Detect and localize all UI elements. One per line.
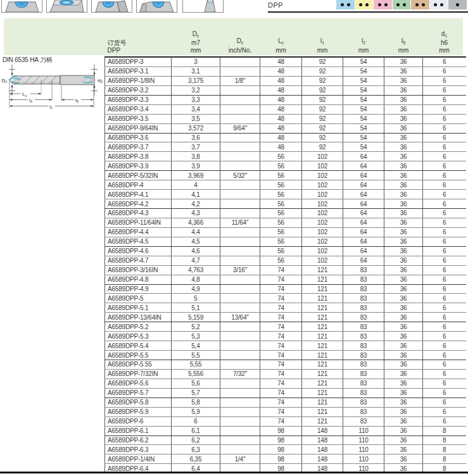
value-cell [220,351,260,360]
value-cell: 6 [423,171,466,180]
material-swatch [448,0,467,9]
value-cell: 92 [302,104,343,114]
order-number-cell: A6589DPP-5/32IN [105,171,172,180]
value-cell: 92 [302,76,343,85]
value-cell: 74 [260,265,302,275]
value-cell: 36 [384,341,423,351]
value-cell: 36 [384,218,423,227]
value-cell: 4,7 [172,256,220,265]
value-cell: 6 [423,85,466,95]
table-row: A6589DPP-7/32IN5,5567/32″7412183366 [105,369,466,379]
order-number-cell: A6589DPP-5.9 [105,407,172,416]
value-cell: 6 [172,416,220,426]
value-cell: 36 [384,454,423,464]
drill-dimension-diagram: Dc d1 Lc l2 l5 [1,63,104,122]
order-number-cell: A6589DPP-3.5 [105,114,172,123]
value-cell: 4,1 [172,190,220,199]
value-cell [220,104,260,114]
value-cell: 5,8 [172,398,220,407]
header-divider [268,11,468,13]
value-cell: 83 [343,416,384,426]
value-cell: 36 [384,407,423,416]
value-cell: 64 [343,237,384,246]
value-cell: 121 [302,360,343,370]
value-cell [220,256,260,265]
value-cell: 4,3 [172,209,220,218]
table-row: A6589DPP-3.83,85610264366 [105,152,466,161]
page-bottom-rule [0,472,468,473]
value-cell: 36 [384,227,423,237]
value-cell [220,161,260,171]
value-cell: 102 [302,199,343,209]
order-number-cell: A6589DPP-5.7 [105,388,172,398]
value-cell: 6 [423,218,466,227]
value-cell: 6 [423,388,466,398]
through-hole-icon [1,0,42,13]
order-number-cell: A6589DPP-3/16IN [105,265,172,275]
value-cell: 148 [302,445,343,454]
value-cell: 4,9 [172,284,220,294]
table-row: A6589DPP-9/64IN3,5729/64″489254366 [105,123,466,133]
value-cell: 64 [343,171,384,180]
value-cell: 36 [384,180,423,190]
value-cell: 6 [423,76,466,85]
order-number-cell: A6589DPP-3.4 [105,104,172,114]
value-cell: 64 [343,161,384,171]
order-number-cell: A6589DPP-1/8IN [105,76,172,85]
value-cell: 121 [302,351,343,360]
value-cell: 102 [302,209,343,218]
value-cell: 6 [423,341,466,351]
column-header: l5mm [384,18,423,57]
table-body: A6589DPP-33489254366A6589DPP-3.13,148925… [105,57,466,473]
value-cell: 102 [302,246,343,256]
value-cell: 102 [302,180,343,190]
value-cell: 36 [384,351,423,360]
blind-hole-icon [46,0,87,13]
value-cell: 121 [302,313,343,322]
value-cell: 92 [302,142,343,152]
value-cell: 83 [343,388,384,398]
value-cell: 36 [384,114,423,123]
table-row: A6589DPP-4.94,97412183366 [105,284,466,294]
table-row: A6589DPP-1/8IN3,1751/8″489254366 [105,76,466,85]
value-cell: 6 [423,133,466,142]
value-cell: 54 [343,66,384,76]
order-number-cell: A6589DPP-3 [105,57,172,66]
value-cell: 36 [384,284,423,294]
suitability-dot [456,3,459,6]
column-header: Lcmm [260,18,302,57]
value-cell: 110 [343,435,384,445]
value-cell: 83 [343,275,384,284]
order-number-cell: A6589DPP-11/64IN [105,218,172,227]
value-cell [220,133,260,142]
value-cell: 121 [302,275,343,284]
value-cell: 121 [302,332,343,341]
value-cell: 6 [423,379,466,388]
value-cell: 64 [343,209,384,218]
value-cell: 6 [423,294,466,303]
value-cell: 121 [302,265,343,275]
order-number-cell: A6589DPP-1/4IN [105,454,172,464]
table-row: A6589DPP-5.45,47412183366 [105,341,466,351]
suitability-dot [422,3,425,6]
order-number-cell: A6589DPP-5.3 [105,332,172,341]
value-cell: 36 [384,265,423,275]
value-cell: 6 [423,209,466,218]
value-cell: 8 [423,454,466,464]
value-cell: 74 [260,351,302,360]
value-cell: 48 [260,114,302,123]
table-row: A6589DPP-4.24,25610264366 [105,199,466,209]
table-row: A6589DPP-3.43,4489254366 [105,104,466,114]
value-cell [220,227,260,237]
value-cell: 36 [384,76,423,85]
stack-drilling-icon [182,0,224,13]
order-number-cell: A6589DPP-3.3 [105,95,172,104]
value-cell: 6 [423,161,466,171]
value-cell: 6 [423,114,466,123]
value-cell: 83 [343,265,384,275]
value-cell [220,152,260,161]
value-cell: 5,55 [172,360,220,370]
value-cell: 5 [172,294,220,303]
value-cell: 5,159 [172,313,220,322]
table-row: A6589DPP-557412183366 [105,294,466,303]
